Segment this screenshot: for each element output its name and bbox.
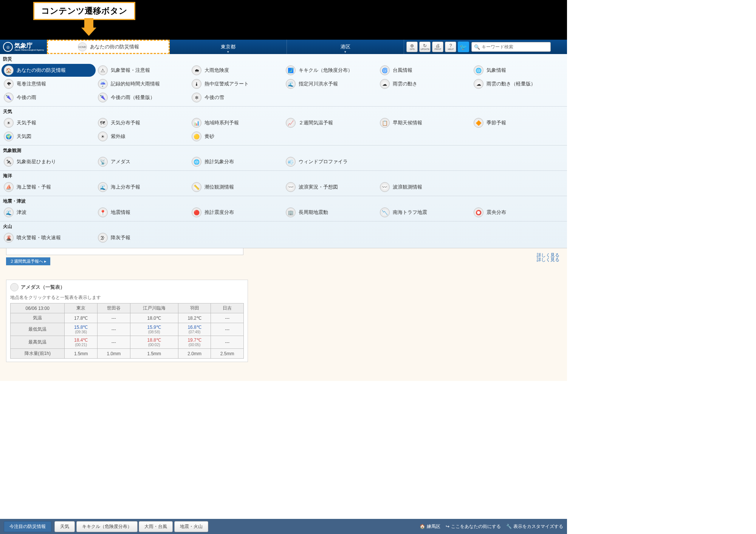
table-cell: ---	[211, 336, 244, 349]
search-box[interactable]: 🔍	[471, 42, 551, 52]
menu-item[interactable]: ⚠気象警報・注意報	[96, 64, 190, 77]
menu-item[interactable]: 🌧大雨危険度	[189, 64, 284, 77]
menu-item-icon: ☁	[474, 79, 483, 89]
update-button[interactable]: ↻UPDATE	[419, 42, 431, 52]
two-week-forecast-link[interactable]: ２週間気温予報へ	[6, 257, 50, 265]
menu-item[interactable]: 〰波浪実況・予想図	[284, 181, 378, 193]
tab-home-label: あなたの街の防災情報	[90, 43, 139, 50]
menu-item[interactable]: ☀天気予報	[2, 116, 96, 129]
menu-item[interactable]: 🌊津波	[2, 206, 96, 219]
menu-item[interactable]: 🌀台風情報	[378, 64, 472, 77]
table-time-header: 06/06 13:00	[11, 303, 65, 313]
menu-item-label: 天気図	[17, 133, 31, 140]
menu-item[interactable]: 〰波浪観測情報	[378, 181, 472, 193]
table-cell: ---	[211, 313, 244, 323]
menu-item[interactable]: ☔記録的短時間大雨情報	[96, 77, 190, 90]
menu-item[interactable]: 🌋噴火警報・噴火速報	[2, 231, 96, 244]
menu-item[interactable]: ⭕震央分布	[471, 206, 565, 219]
menu-item-icon: 🌀	[380, 65, 390, 75]
menu-item[interactable]: 🌡熱中症警戒アラート	[189, 77, 284, 90]
menu-item[interactable]: 🗾キキクル（危険度分布）	[284, 64, 378, 77]
menu-item-label: 地震情報	[111, 209, 130, 216]
menu-item[interactable]: ☁雨雲の動き	[378, 77, 472, 90]
menu-item[interactable]: 🌪竜巻注意情報	[2, 77, 96, 90]
menu-item[interactable]: 📉南海トラフ地震	[378, 206, 472, 219]
menu-item[interactable]: 📏潮位観測情報	[189, 181, 284, 193]
menu-item[interactable]: 🏠あなたの街の防災情報	[2, 64, 96, 77]
partial-table-row	[6, 248, 243, 255]
menu-item[interactable]: 📍地震情報	[96, 206, 190, 219]
table-location-header[interactable]: 世田谷	[98, 303, 130, 313]
menu-item[interactable]: 🌐気象情報	[471, 64, 565, 77]
menu-item-icon: 🔶	[474, 118, 483, 128]
tab-region-2[interactable]: 港区	[287, 40, 404, 54]
menu-item[interactable]: 🌐推計気象分布	[189, 155, 284, 168]
menu-item[interactable]: 📈２週間気温予報	[284, 116, 378, 129]
menu-item-icon: ☁	[380, 79, 390, 89]
logo-icon: ◎	[3, 42, 13, 52]
menu-item[interactable]: 🌍天気図	[2, 130, 96, 143]
menu-item-icon: ⛵	[4, 182, 14, 192]
menu-item[interactable]: 🌫降灰予報	[96, 231, 190, 244]
menu-item-label: 竜巻注意情報	[17, 80, 46, 87]
table-cell: ---	[211, 323, 244, 336]
table-cell: 2.0mm	[178, 349, 211, 359]
menu-item[interactable]: 🌂今後の雨	[2, 91, 96, 104]
detail-link-right[interactable]: 詳しく見る	[537, 252, 559, 258]
search-input[interactable]	[482, 44, 548, 50]
menu-item-label: 地域時系列予報	[204, 119, 239, 126]
menu-item-label: 降灰予報	[111, 234, 130, 241]
menu-item[interactable]: 🌊指定河川洪水予報	[284, 77, 378, 90]
menu-item-label: 雨雲の動き（軽量版）	[486, 80, 536, 87]
menu-item[interactable]: ☀紫外線	[96, 130, 190, 143]
menu-item-icon: 🏢	[286, 207, 296, 217]
menu-item-label: 推計震度分布	[204, 209, 234, 216]
menu-item-label: 雨雲の動き	[393, 80, 417, 87]
menu-item[interactable]: 🔴推計震度分布	[189, 206, 284, 219]
menu-item-label: ２週間気温予報	[299, 119, 333, 126]
menu-item[interactable]: 🔶季節予報	[471, 116, 565, 129]
menu-item-label: 気象情報	[486, 67, 506, 74]
row-label: 最高気温	[11, 336, 65, 349]
menu-item-icon: ☀	[98, 132, 108, 141]
table-location-header[interactable]: 羽田	[178, 303, 211, 313]
help-button[interactable]: ?HELP	[445, 42, 456, 52]
table-cell: 16.8℃(07:49)	[178, 323, 211, 336]
menu-item-icon: 🔴	[192, 207, 201, 217]
menu-item[interactable]: 🛰気象衛星ひまわり	[2, 155, 96, 168]
menu-item[interactable]: 📋早期天候情報	[378, 116, 472, 129]
table-location-header[interactable]: 東京	[65, 303, 98, 313]
print-button[interactable]: 🖨PRINT	[432, 42, 443, 52]
table-cell: 17.8℃	[65, 313, 98, 323]
menu-item[interactable]: 🌊海上分布予報	[96, 181, 190, 193]
tab-region-1[interactable]: 東京都	[170, 40, 287, 54]
search-icon: 🔍	[474, 44, 480, 50]
menu-item-icon: 🌧	[192, 65, 201, 75]
table-location-header[interactable]: 江戸川臨海	[130, 303, 178, 313]
header-tools: ⊕GPS ↻UPDATE 🖨PRINT ?HELP 🐦	[404, 40, 471, 54]
menu-item-icon: 📋	[380, 118, 390, 128]
menu-item[interactable]: ❄今後の雪	[189, 91, 284, 104]
table-location-header[interactable]: 日吉	[211, 303, 244, 313]
table-cell: 18.4℃(00:21)	[65, 336, 98, 349]
menu-item[interactable]: 💨ウィンドプロファイラ	[284, 155, 378, 168]
menu-item[interactable]: 📊地域時系列予報	[189, 116, 284, 129]
menu-item[interactable]: 🗺天気分布予報	[96, 116, 190, 129]
menu-item-label: 早期天候情報	[393, 119, 422, 126]
content-area: ２週間気温予報へ 詳しく見る 詳しく見る アメダス（一覧表） 地点名をクリックす…	[0, 248, 567, 381]
menu-item[interactable]: ☁雨雲の動き（軽量版）	[471, 77, 565, 90]
menu-item[interactable]: ⛵海上警報・予報	[2, 181, 96, 193]
menu-item-label: 気象警報・注意報	[111, 67, 150, 74]
header-bar: ◎ 気象庁 Japan Meteorological Agency HOME あ…	[0, 40, 567, 54]
tab-home[interactable]: HOME あなたの街の防災情報	[47, 40, 170, 54]
logo[interactable]: ◎ 気象庁 Japan Meteorological Agency	[0, 40, 47, 54]
menu-item-icon: 📈	[286, 118, 296, 128]
menu-item[interactable]: 🌂今後の雨（軽量版）	[96, 91, 190, 104]
menu-item[interactable]: 🟡黄砂	[189, 130, 284, 143]
twitter-button[interactable]: 🐦	[458, 42, 469, 52]
menu-item[interactable]: 🏢長周期地震動	[284, 206, 378, 219]
menu-item[interactable]: 📡アメダス	[96, 155, 190, 168]
section-title: 気象観測	[0, 145, 567, 155]
gps-button[interactable]: ⊕GPS	[406, 42, 418, 52]
menu-item-label: 熱中症警戒アラート	[204, 80, 249, 87]
